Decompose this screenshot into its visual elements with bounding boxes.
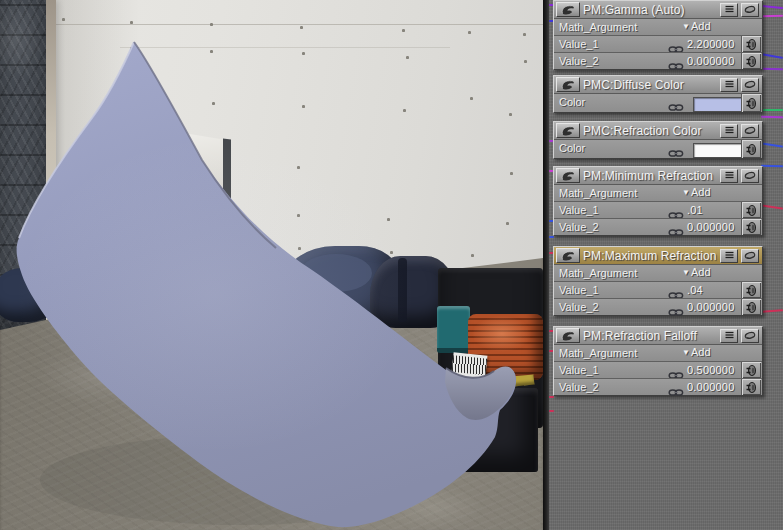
param-label: Value_2: [559, 220, 599, 234]
param-label: Color: [559, 141, 585, 155]
rollup-button[interactable]: [741, 169, 759, 183]
brick-header[interactable]: PMC:Diffuse Color: [554, 76, 762, 94]
list-button[interactable]: [720, 3, 738, 17]
connector-socket-button[interactable]: [741, 53, 761, 69]
param-row-color: Color: [554, 94, 762, 112]
connector-socket-button[interactable]: [741, 379, 761, 395]
chain-link-icon[interactable]: [668, 303, 684, 321]
dropdown-value: Add: [691, 346, 711, 359]
node-wire: [761, 204, 783, 209]
color-swatch[interactable]: [693, 97, 742, 112]
value-field[interactable]: .04: [687, 283, 703, 297]
brick-title: PMC:Diffuse Color: [583, 78, 684, 92]
connector-socket-button[interactable]: [741, 94, 761, 112]
param-row-value-2: Value_2 0.000000: [554, 298, 762, 315]
value-field[interactable]: 0.000000: [687, 380, 734, 394]
operation-dropdown[interactable]: ▼ Add: [682, 186, 711, 199]
list-button[interactable]: [720, 124, 738, 138]
value-field[interactable]: 0.000000: [687, 300, 734, 314]
connector-socket-button[interactable]: [741, 140, 761, 158]
shader-brick-icon[interactable]: [556, 328, 580, 343]
brick-pm-refraction-falloff: PM:Refraction Falloff Math_Argument ▼ Ad…: [553, 326, 763, 396]
operation-dropdown[interactable]: ▼ Add: [682, 266, 711, 279]
color-swatch[interactable]: [693, 143, 742, 158]
node-wire: [761, 165, 783, 168]
chain-link-icon[interactable]: [668, 383, 684, 401]
param-label: Math_Argument: [559, 266, 637, 280]
list-button[interactable]: [720, 249, 738, 263]
shader-brick-icon[interactable]: [556, 2, 580, 17]
brick-header-buttons: [720, 169, 759, 183]
node-wire: [549, 236, 554, 238]
chain-link-icon[interactable]: [668, 57, 684, 75]
brick-header-buttons: [720, 124, 759, 138]
chain-link-icon[interactable]: [668, 144, 684, 162]
brick-header[interactable]: PM:Refraction Falloff: [554, 327, 762, 345]
rollup-button[interactable]: [741, 124, 759, 138]
param-label: Color: [559, 95, 585, 109]
value-field[interactable]: 0.000000: [687, 220, 734, 234]
connector-socket-button[interactable]: [741, 36, 761, 52]
rollup-button[interactable]: [741, 249, 759, 263]
param-row-value-1: Value_1 .01: [554, 201, 762, 218]
param-label: Value_2: [559, 380, 599, 394]
chain-link-icon[interactable]: [668, 98, 684, 116]
connector-socket-button[interactable]: [741, 362, 761, 378]
param-row-value-2: Value_2 0.000000: [554, 378, 762, 395]
shader-brick-icon[interactable]: [556, 77, 580, 92]
node-wire: [761, 53, 783, 59]
brick-title: PM:Gamma (Auto): [583, 3, 685, 17]
operation-dropdown[interactable]: ▼ Add: [682, 346, 711, 359]
connector-socket-button[interactable]: [741, 282, 761, 298]
rollup-button[interactable]: [741, 78, 759, 92]
brick-pmc-diffuse-color: PMC:Diffuse Color Color: [553, 75, 763, 113]
list-button[interactable]: [720, 329, 738, 343]
chain-link-icon[interactable]: [668, 223, 684, 241]
param-row-math-argument: Math_Argument ▼ Add: [554, 185, 762, 201]
connector-socket-button[interactable]: [741, 219, 761, 235]
param-label: Value_1: [559, 203, 599, 217]
param-row-color: Color: [554, 140, 762, 158]
brick-header[interactable]: PM:Maximum Refraction: [554, 247, 762, 265]
shader-brick-icon[interactable]: [556, 123, 580, 138]
rendered-curved-surface: [0, 0, 543, 530]
dropdown-arrow-icon: ▼: [682, 348, 690, 357]
brick-title: PM:Minimum Refraction: [583, 169, 713, 183]
rollup-button[interactable]: [741, 3, 759, 17]
dropdown-value: Add: [691, 186, 711, 199]
brick-header-buttons: [720, 3, 759, 17]
shader-brick-icon[interactable]: [556, 168, 580, 183]
rollup-button[interactable]: [741, 329, 759, 343]
brick-pm-gamma-auto: PM:Gamma (Auto) Math_Argument ▼ Add Valu…: [553, 0, 763, 70]
value-field[interactable]: 0.500000: [687, 363, 734, 377]
shader-brick-icon[interactable]: [556, 248, 580, 263]
dropdown-arrow-icon: ▼: [682, 188, 690, 197]
param-row-math-argument: Math_Argument ▼ Add: [554, 265, 762, 281]
shader-brick-panel: PM:Gamma (Auto) Math_Argument ▼ Add Valu…: [549, 0, 783, 530]
node-wire: [761, 109, 783, 111]
param-row-value-2: Value_2 0.000000: [554, 52, 762, 69]
brick-header-buttons: [720, 78, 759, 92]
dropdown-arrow-icon: ▼: [682, 22, 690, 31]
connector-socket-button[interactable]: [741, 299, 761, 315]
viewport-3d[interactable]: [0, 0, 543, 530]
brick-header[interactable]: PM:Minimum Refraction: [554, 167, 762, 185]
connector-socket-button[interactable]: [741, 202, 761, 218]
brick-header[interactable]: PMC:Refraction Color: [554, 122, 762, 140]
value-field[interactable]: 2.200000: [687, 37, 734, 51]
brick-pm-minimum-refraction: PM:Minimum Refraction Math_Argument ▼ Ad…: [553, 166, 763, 236]
list-button[interactable]: [720, 169, 738, 183]
operation-dropdown[interactable]: ▼ Add: [682, 20, 711, 33]
brick-header[interactable]: PM:Gamma (Auto): [554, 1, 762, 19]
param-row-value-1: Value_1 2.200000: [554, 35, 762, 52]
brick-title: PM:Refraction Falloff: [583, 329, 697, 343]
param-label: Value_2: [559, 300, 599, 314]
node-wire: [549, 410, 554, 412]
param-label: Value_1: [559, 37, 599, 51]
node-wire: [761, 309, 783, 313]
list-button[interactable]: [720, 78, 738, 92]
param-label: Math_Argument: [559, 20, 637, 34]
value-field[interactable]: .01: [687, 203, 703, 217]
dropdown-value: Add: [691, 20, 711, 33]
value-field[interactable]: 0.000000: [687, 54, 734, 68]
